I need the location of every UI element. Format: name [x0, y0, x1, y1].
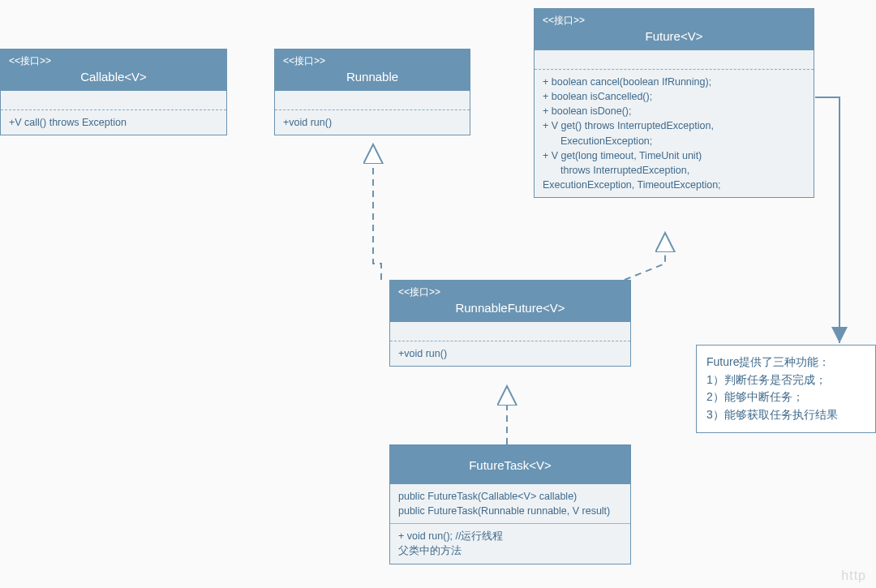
stereotype: <<接口>>	[9, 54, 218, 68]
method-line: + V get() throws InterruptedException,	[543, 118, 805, 133]
class-runnablefuture: <<接口>> RunnableFuture<V> +void run()	[389, 280, 631, 367]
note-line: 3）能够获取任务执行结果	[706, 406, 865, 424]
class-name: RunnableFuture<V>	[398, 301, 622, 315]
note-title: Future提供了三种功能：	[706, 354, 865, 371]
class-callable: <<接口>> Callable<V> +V call() throws Exce…	[0, 49, 227, 135]
class-header: <<接口>> Callable<V>	[1, 49, 226, 91]
method-line: + boolean cancel(boolean IfRunning);	[543, 75, 805, 89]
stereotype: <<接口>>	[543, 14, 805, 28]
class-header: <<接口>> Runnable	[275, 49, 470, 91]
method-line: 父类中的方法	[398, 543, 622, 558]
method-line: + boolean isDone();	[543, 104, 805, 118]
class-name: Future<V>	[543, 29, 805, 43]
class-header: <<接口>> RunnableFuture<V>	[390, 281, 630, 322]
method-line: + V get(long timeout, TimeUnit unit)	[543, 148, 805, 163]
class-header: FutureTask<V>	[390, 445, 630, 484]
attributes-empty	[535, 50, 814, 70]
class-name: FutureTask<V>	[398, 458, 622, 472]
ctor-line: public FutureTask(Callable<V> callable)	[398, 489, 622, 504]
class-name: Runnable	[283, 70, 462, 84]
constructors: public FutureTask(Callable<V> callable) …	[390, 484, 630, 523]
class-runnable: <<接口>> Runnable +void run()	[274, 49, 470, 135]
methods: +void run()	[390, 341, 630, 366]
methods: + void run(); //运行线程 父类中的方法	[390, 523, 630, 563]
class-name: Callable<V>	[9, 70, 218, 84]
method-line: + void run(); //运行线程	[398, 529, 622, 543]
watermark: http	[841, 569, 866, 583]
methods: + boolean cancel(boolean IfRunning); + b…	[535, 70, 814, 197]
note-line: 2）能够中断任务；	[706, 388, 865, 406]
uml-diagram: <<接口>> Callable<V> +V call() throws Exce…	[0, 0, 876, 588]
note-future-features: Future提供了三种功能： 1）判断任务是否完成； 2）能够中断任务； 3）能…	[696, 345, 876, 433]
methods: +V call() throws Exception	[1, 110, 226, 135]
attributes-empty	[275, 91, 470, 110]
stereotype: <<接口>>	[283, 54, 462, 68]
method-line: throws InterruptedException,	[543, 163, 805, 178]
ctor-line: public FutureTask(Runnable runnable, V r…	[398, 504, 622, 518]
attributes-empty	[390, 322, 630, 341]
methods: +void run()	[275, 110, 470, 135]
class-futuretask: FutureTask<V> public FutureTask(Callable…	[389, 444, 631, 564]
method-line: ExecutionException;	[543, 134, 805, 148]
method-line: ExecutionException, TimeoutException;	[543, 178, 805, 192]
class-future: <<接口>> Future<V> + boolean cancel(boolea…	[534, 8, 814, 198]
stereotype: <<接口>>	[398, 285, 622, 299]
attributes-empty	[1, 91, 226, 110]
method-line: + boolean isCancelled();	[543, 89, 805, 104]
note-line: 1）判断任务是否完成；	[706, 371, 865, 389]
class-header: <<接口>> Future<V>	[535, 9, 814, 50]
